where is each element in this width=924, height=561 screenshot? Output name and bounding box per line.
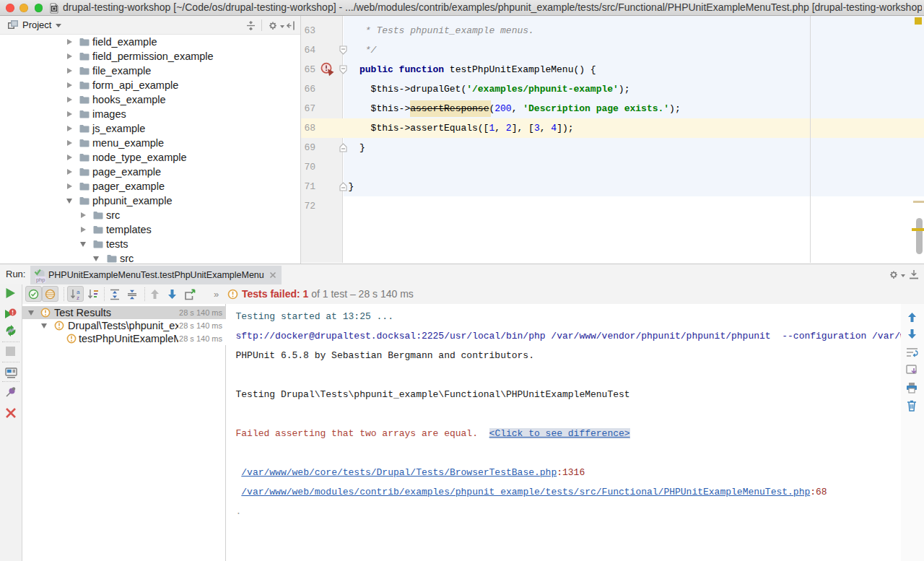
- svg-text:php: php: [36, 277, 45, 283]
- svg-text:z: z: [77, 295, 79, 300]
